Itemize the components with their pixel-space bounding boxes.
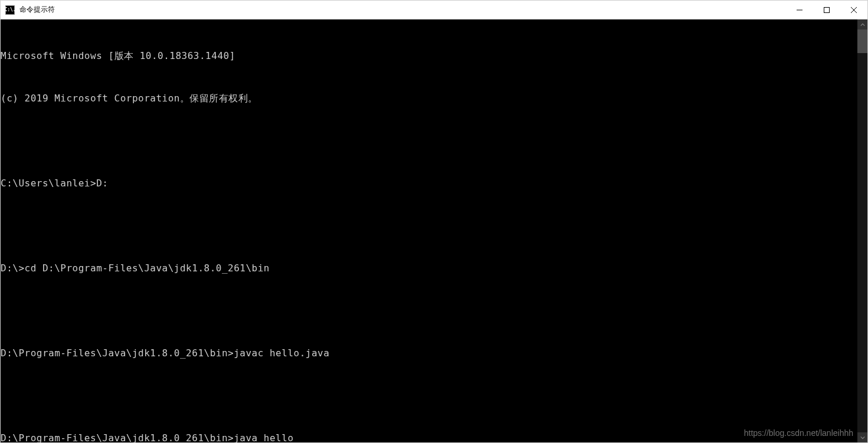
minimize-button[interactable]	[786, 1, 813, 19]
vertical-scrollbar[interactable]	[857, 19, 867, 442]
scrollbar-track[interactable]	[857, 29, 867, 432]
chevron-down-icon	[860, 435, 865, 440]
chevron-up-icon	[860, 22, 865, 27]
terminal-line: C:\Users\lanlei>D:	[1, 176, 857, 191]
app-icon: C:\.	[5, 5, 15, 15]
terminal-line: Microsoft Windows [版本 10.0.18363.1440]	[1, 49, 857, 63]
titlebar[interactable]: C:\. 命令提示符	[1, 1, 867, 19]
scrollbar-down-button[interactable]	[857, 432, 867, 442]
terminal-content[interactable]: Microsoft Windows [版本 10.0.18363.1440] (…	[1, 19, 857, 442]
app-icon-text: C:\.	[4, 7, 15, 12]
terminal-line: (c) 2019 Microsoft Corporation。保留所有权利。	[1, 91, 857, 106]
terminal-area[interactable]: Microsoft Windows [版本 10.0.18363.1440] (…	[1, 19, 867, 442]
close-button[interactable]	[840, 1, 867, 19]
window-title: 命令提示符	[19, 5, 55, 15]
minimize-icon	[797, 7, 803, 13]
terminal-line	[1, 134, 857, 148]
titlebar-left: C:\. 命令提示符	[5, 5, 55, 15]
terminal-line	[1, 389, 857, 403]
command-prompt-window: C:\. 命令提示符 Microsoft Windows [版本 10.0.18…	[0, 0, 868, 443]
scrollbar-up-button[interactable]	[857, 19, 867, 29]
maximize-button[interactable]	[813, 1, 840, 19]
terminal-line: D:\Program-Files\Java\jdk1.8.0_261\bin>j…	[1, 346, 857, 360]
scrollbar-thumb[interactable]	[857, 29, 867, 53]
window-controls	[786, 1, 867, 19]
maximize-icon	[824, 7, 830, 13]
svg-rect-0	[824, 7, 830, 12]
close-icon	[851, 7, 857, 13]
terminal-line	[1, 304, 857, 318]
terminal-line: D:\>cd D:\Program-Files\Java\jdk1.8.0_26…	[1, 261, 857, 275]
terminal-line: D:\Program-Files\Java\jdk1.8.0_261\bin>j…	[1, 431, 857, 442]
terminal-line	[1, 219, 857, 233]
